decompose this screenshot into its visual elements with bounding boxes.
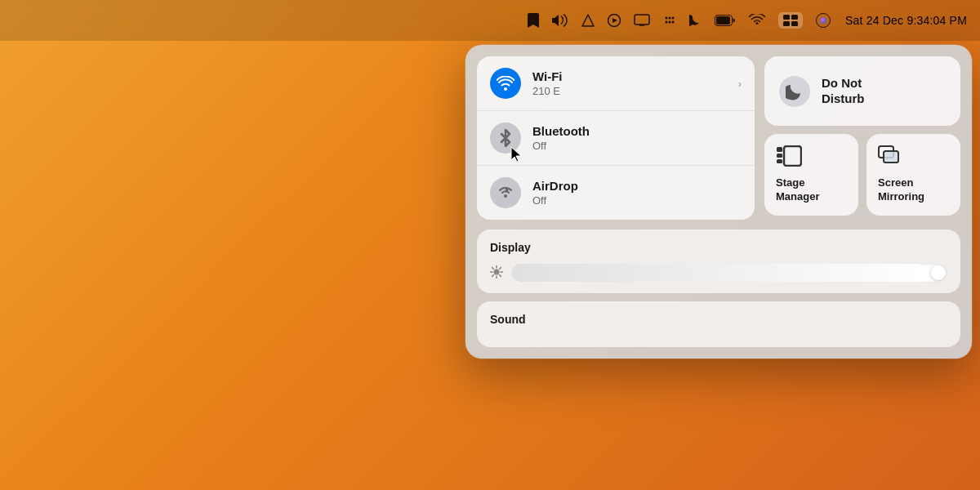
- screen-mirroring-name: Screen: [878, 176, 924, 190]
- display-section: Display: [477, 229, 960, 293]
- wifi-menubar-icon[interactable]: [749, 14, 765, 27]
- brightness-icon: [490, 265, 503, 281]
- control-center-panel: Wi-Fi 210 E › Bluetooth Off: [466, 45, 972, 359]
- control-center-icon[interactable]: [778, 12, 803, 29]
- wifi-icon: [497, 76, 514, 91]
- sound-section: Sound: [477, 301, 960, 347]
- airdrop-icon[interactable]: [581, 14, 595, 27]
- stage-manager-name2: Manager: [776, 190, 819, 204]
- svg-point-21: [504, 194, 507, 198]
- menubar-time: Sat 24 Dec 9:34:04 PM: [845, 14, 967, 27]
- screen-mirroring-label: Screen Mirroring: [878, 176, 924, 204]
- svg-rect-25: [777, 159, 782, 163]
- svg-rect-22: [784, 146, 801, 166]
- stage-manager-svg: [776, 145, 802, 167]
- dnd-icon-wrapper: [779, 76, 810, 107]
- airdrop-item-icon: [497, 185, 514, 201]
- display-icon[interactable]: [634, 14, 650, 27]
- airdrop-item[interactable]: AirDrop Off: [477, 166, 755, 220]
- svg-rect-17: [791, 21, 798, 26]
- svg-rect-27: [884, 151, 898, 163]
- brightness-slider-container: [490, 264, 947, 282]
- svg-point-11: [672, 21, 675, 24]
- airdrop-icon-wrapper: [490, 177, 521, 208]
- bluetooth-item[interactable]: Bluetooth Off: [477, 111, 755, 166]
- svg-marker-0: [582, 15, 594, 26]
- stage-manager-icon: [776, 145, 802, 172]
- wifi-status: 210 E: [532, 85, 727, 97]
- svg-point-19: [820, 17, 826, 24]
- stage-manager-name: Stage: [776, 176, 819, 190]
- battery-icon[interactable]: [715, 15, 736, 26]
- wifi-name: Wi-Fi: [532, 69, 727, 84]
- menubar: Sat 24 Dec 9:34:04 PM: [0, 0, 980, 41]
- bluetooth-icon-wrapper: [490, 122, 521, 154]
- svg-line-33: [492, 267, 494, 269]
- bottom-right-tiles: Stage Manager Screen Mirroring: [764, 134, 960, 216]
- svg-point-7: [669, 17, 671, 20]
- brightness-thumb: [931, 265, 946, 280]
- right-tiles: Do NotDisturb Stage: [764, 56, 960, 220]
- airdrop-status: Off: [532, 194, 742, 207]
- network-tile: Wi-Fi 210 E › Bluetooth Off: [477, 56, 755, 220]
- screen-mirroring-name2: Mirroring: [878, 190, 924, 204]
- svg-line-36: [492, 274, 494, 276]
- svg-rect-3: [635, 15, 649, 24]
- svg-point-20: [504, 87, 507, 91]
- cc-top-row: Wi-Fi 210 E › Bluetooth Off: [477, 56, 960, 220]
- svg-line-34: [500, 274, 501, 276]
- wifi-text: Wi-Fi 210 E: [532, 69, 727, 97]
- svg-point-6: [666, 17, 668, 20]
- brightness-slider[interactable]: [511, 264, 947, 282]
- bluetooth-status: Off: [532, 140, 742, 152]
- svg-rect-13: [716, 16, 730, 24]
- svg-rect-15: [791, 15, 798, 20]
- svg-point-8: [672, 17, 675, 20]
- svg-rect-16: [783, 21, 790, 26]
- svg-marker-2: [612, 18, 617, 23]
- screen-mirroring-icon: [878, 145, 902, 170]
- play-icon[interactable]: [608, 14, 621, 27]
- svg-point-9: [666, 21, 668, 24]
- svg-point-10: [669, 21, 671, 24]
- svg-rect-24: [777, 154, 782, 158]
- siri-icon[interactable]: [816, 13, 831, 28]
- dnd-icon: [786, 82, 804, 100]
- screen-mirroring-svg: [878, 145, 902, 165]
- dnd-tile[interactable]: Do NotDisturb: [764, 56, 960, 126]
- dnd-text: Do NotDisturb: [822, 76, 865, 107]
- wifi-chevron-icon: ›: [738, 78, 742, 90]
- airdrop-text: AirDrop Off: [532, 179, 742, 207]
- dots-icon[interactable]: [663, 14, 676, 27]
- bluetooth-icon: [498, 129, 513, 147]
- sound-label: Sound: [490, 313, 947, 326]
- sun-icon: [490, 265, 503, 278]
- stage-manager-label: Stage Manager: [776, 176, 819, 204]
- display-label: Display: [490, 241, 947, 254]
- stage-manager-tile[interactable]: Stage Manager: [764, 134, 858, 216]
- svg-rect-23: [777, 147, 782, 152]
- brightness-fill: [511, 264, 925, 282]
- wifi-icon-wrapper: [490, 68, 521, 99]
- moon-icon[interactable]: [689, 14, 702, 27]
- menubar-icons: [528, 12, 831, 29]
- svg-rect-14: [783, 15, 790, 20]
- volume-icon[interactable]: [552, 14, 568, 27]
- svg-point-28: [494, 269, 500, 274]
- bluetooth-text: Bluetooth Off: [532, 124, 742, 152]
- screen-mirroring-tile[interactable]: Screen Mirroring: [866, 134, 960, 216]
- bluetooth-name: Bluetooth: [532, 124, 742, 139]
- bookmark-icon[interactable]: [528, 13, 539, 28]
- dnd-name: Do NotDisturb: [822, 76, 865, 107]
- wifi-item[interactable]: Wi-Fi 210 E ›: [477, 56, 755, 111]
- svg-line-35: [500, 267, 501, 269]
- airdrop-name: AirDrop: [532, 179, 742, 194]
